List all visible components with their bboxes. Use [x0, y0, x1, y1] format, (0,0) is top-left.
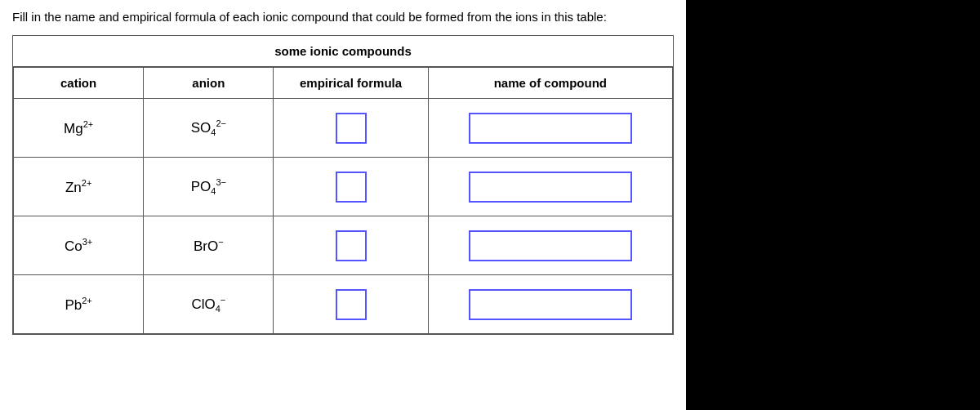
compound-name-1 — [428, 99, 672, 158]
name-input-1[interactable] — [469, 113, 632, 144]
table-row: Pb2+ ClO4− — [14, 275, 673, 334]
instruction-text: Fill in the name and empirical formula o… — [12, 8, 674, 25]
compound-name-4 — [428, 275, 672, 334]
empirical-input-3[interactable] — [336, 230, 367, 261]
anion-bro: BrO− — [144, 216, 274, 275]
anion-clo4: ClO4− — [144, 275, 274, 334]
compound-name-2 — [428, 158, 672, 216]
black-panel — [686, 0, 980, 410]
table-row: Mg2+ SO42− — [14, 99, 673, 158]
table-row: Co3+ BrO− — [14, 216, 673, 275]
empirical-formula-2 — [274, 158, 428, 216]
compound-name-3 — [428, 216, 672, 275]
anion-so4: SO42− — [144, 99, 274, 158]
ionic-compounds-table: some ionic compounds cation anion empiri… — [12, 35, 674, 335]
header-cation: cation — [14, 68, 144, 99]
table-title: some ionic compounds — [13, 36, 673, 67]
page-wrapper: Fill in the name and empirical formula o… — [0, 0, 980, 410]
anion-po4: PO43− — [144, 158, 274, 216]
table-row: Zn2+ PO43− — [14, 158, 673, 216]
header-name: name of compound — [428, 68, 672, 99]
empirical-input-2[interactable] — [336, 172, 367, 203]
empirical-formula-4 — [274, 275, 428, 334]
header-empirical: empirical formula — [274, 68, 428, 99]
cation-mg: Mg2+ — [14, 99, 144, 158]
cation-co: Co3+ — [14, 216, 144, 275]
cation-pb: Pb2+ — [14, 275, 144, 334]
cation-zn: Zn2+ — [14, 158, 144, 216]
name-input-3[interactable] — [469, 230, 632, 261]
name-input-4[interactable] — [469, 289, 632, 320]
name-input-2[interactable] — [469, 172, 632, 203]
empirical-input-4[interactable] — [336, 289, 367, 320]
empirical-formula-3 — [274, 216, 428, 275]
header-anion: anion — [144, 68, 274, 99]
empirical-input-1[interactable] — [336, 113, 367, 144]
content-area: Fill in the name and empirical formula o… — [0, 0, 686, 410]
empirical-formula-1 — [274, 99, 428, 158]
